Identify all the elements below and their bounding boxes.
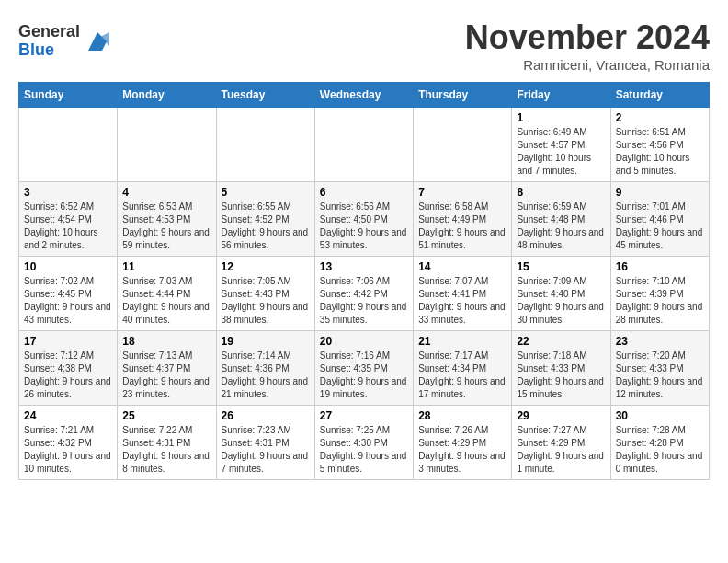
day-number: 10 [24,260,112,273]
calendar-cell [19,108,118,182]
day-number: 7 [418,186,506,199]
day-number: 20 [320,335,408,348]
calendar-table: SundayMondayTuesdayWednesdayThursdayFrid… [18,82,710,480]
weekday-header-saturday: Saturday [610,83,709,108]
page-header: General Blue November 2024 Ramniceni, Vr… [18,18,710,73]
day-number: 23 [616,335,704,348]
day-info: Sunrise: 6:58 AM Sunset: 4:49 PM Dayligh… [418,201,506,252]
calendar-week-2: 3Sunrise: 6:52 AM Sunset: 4:54 PM Daylig… [19,182,710,257]
day-info: Sunrise: 6:52 AM Sunset: 4:54 PM Dayligh… [24,201,112,252]
day-info: Sunrise: 7:25 AM Sunset: 4:30 PM Dayligh… [320,424,408,476]
day-number: 19 [222,335,310,348]
day-number: 3 [24,186,112,199]
day-info: Sunrise: 7:14 AM Sunset: 4:36 PM Dayligh… [222,350,310,401]
day-info: Sunrise: 7:02 AM Sunset: 4:45 PM Dayligh… [24,275,112,327]
calendar-cell: 26Sunrise: 7:23 AM Sunset: 4:31 PM Dayli… [216,406,314,480]
calendar-cell [216,108,314,182]
calendar-cell: 25Sunrise: 7:22 AM Sunset: 4:31 PM Dayli… [118,406,216,480]
calendar-cell: 15Sunrise: 7:09 AM Sunset: 4:40 PM Dayli… [512,257,610,331]
day-number: 17 [24,335,112,348]
calendar-cell: 7Sunrise: 6:58 AM Sunset: 4:49 PM Daylig… [414,182,512,257]
day-info: Sunrise: 7:28 AM Sunset: 4:28 PM Dayligh… [616,424,704,476]
weekday-header-tuesday: Tuesday [216,83,314,108]
day-number: 6 [320,186,408,199]
location-subtitle: Ramniceni, Vrancea, Romania [465,57,710,73]
day-info: Sunrise: 7:18 AM Sunset: 4:33 PM Dayligh… [517,350,605,401]
day-info: Sunrise: 6:53 AM Sunset: 4:53 PM Dayligh… [122,201,210,252]
calendar-week-4: 17Sunrise: 7:12 AM Sunset: 4:38 PM Dayli… [19,331,710,406]
day-info: Sunrise: 7:27 AM Sunset: 4:29 PM Dayligh… [517,424,605,476]
day-info: Sunrise: 7:21 AM Sunset: 4:32 PM Dayligh… [24,424,112,476]
day-number: 1 [517,111,605,124]
day-info: Sunrise: 7:03 AM Sunset: 4:44 PM Dayligh… [122,275,210,327]
day-info: Sunrise: 6:56 AM Sunset: 4:50 PM Dayligh… [320,201,408,252]
day-info: Sunrise: 7:10 AM Sunset: 4:39 PM Dayligh… [616,275,704,327]
weekday-header-monday: Monday [118,83,216,108]
calendar-cell [414,108,512,182]
day-number: 26 [222,409,310,422]
day-number: 8 [517,186,605,199]
day-info: Sunrise: 7:06 AM Sunset: 4:42 PM Dayligh… [320,275,408,327]
day-number: 4 [122,186,210,199]
weekday-header-sunday: Sunday [19,83,118,108]
day-info: Sunrise: 7:26 AM Sunset: 4:29 PM Dayligh… [418,424,506,476]
calendar-cell: 12Sunrise: 7:05 AM Sunset: 4:43 PM Dayli… [216,257,314,331]
day-number: 18 [122,335,210,348]
day-number: 28 [418,409,506,422]
calendar-cell: 9Sunrise: 7:01 AM Sunset: 4:46 PM Daylig… [610,182,709,257]
logo: General Blue [18,23,111,60]
weekday-header-friday: Friday [512,83,610,108]
calendar-cell: 28Sunrise: 7:26 AM Sunset: 4:29 PM Dayli… [414,406,512,480]
calendar-week-5: 24Sunrise: 7:21 AM Sunset: 4:32 PM Dayli… [19,406,710,480]
calendar-cell: 23Sunrise: 7:20 AM Sunset: 4:33 PM Dayli… [610,331,709,406]
day-info: Sunrise: 7:09 AM Sunset: 4:40 PM Dayligh… [517,275,605,327]
day-info: Sunrise: 7:12 AM Sunset: 4:38 PM Dayligh… [24,350,112,401]
calendar-cell: 27Sunrise: 7:25 AM Sunset: 4:30 PM Dayli… [314,406,413,480]
day-info: Sunrise: 7:13 AM Sunset: 4:37 PM Dayligh… [122,350,210,401]
day-number: 27 [320,409,408,422]
day-number: 29 [517,409,605,422]
calendar-week-3: 10Sunrise: 7:02 AM Sunset: 4:45 PM Dayli… [19,257,710,331]
calendar-cell: 19Sunrise: 7:14 AM Sunset: 4:36 PM Dayli… [216,331,314,406]
day-info: Sunrise: 6:49 AM Sunset: 4:57 PM Dayligh… [517,126,605,178]
day-number: 15 [517,260,605,273]
calendar-cell: 3Sunrise: 6:52 AM Sunset: 4:54 PM Daylig… [19,182,118,257]
day-number: 2 [616,111,704,124]
day-info: Sunrise: 7:05 AM Sunset: 4:43 PM Dayligh… [222,275,310,327]
day-info: Sunrise: 7:20 AM Sunset: 4:33 PM Dayligh… [616,350,704,401]
calendar-header-row: SundayMondayTuesdayWednesdayThursdayFrid… [19,83,710,108]
day-info: Sunrise: 7:22 AM Sunset: 4:31 PM Dayligh… [122,424,210,476]
day-info: Sunrise: 6:59 AM Sunset: 4:48 PM Dayligh… [517,201,605,252]
calendar-cell: 20Sunrise: 7:16 AM Sunset: 4:35 PM Dayli… [314,331,413,406]
day-number: 14 [418,260,506,273]
calendar-cell: 4Sunrise: 6:53 AM Sunset: 4:53 PM Daylig… [118,182,216,257]
logo-general: General [18,22,80,40]
day-number: 21 [418,335,506,348]
month-title: November 2024 [465,18,710,57]
calendar-cell [314,108,413,182]
day-number: 5 [222,186,310,199]
calendar-cell: 14Sunrise: 7:07 AM Sunset: 4:41 PM Dayli… [414,257,512,331]
day-number: 11 [122,260,210,273]
day-number: 12 [222,260,310,273]
logo-blue: Blue [18,40,54,59]
day-number: 30 [616,409,704,422]
calendar-cell: 30Sunrise: 7:28 AM Sunset: 4:28 PM Dayli… [610,406,709,480]
calendar-cell: 29Sunrise: 7:27 AM Sunset: 4:29 PM Dayli… [512,406,610,480]
title-block: November 2024 Ramniceni, Vrancea, Romani… [465,18,710,73]
day-number: 24 [24,409,112,422]
calendar-cell: 6Sunrise: 6:56 AM Sunset: 4:50 PM Daylig… [314,182,413,257]
day-info: Sunrise: 7:23 AM Sunset: 4:31 PM Dayligh… [222,424,310,476]
day-number: 16 [616,260,704,273]
day-number: 22 [517,335,605,348]
day-number: 13 [320,260,408,273]
calendar-cell: 21Sunrise: 7:17 AM Sunset: 4:34 PM Dayli… [414,331,512,406]
logo-icon [84,28,111,55]
calendar-cell: 18Sunrise: 7:13 AM Sunset: 4:37 PM Dayli… [118,331,216,406]
calendar-cell: 8Sunrise: 6:59 AM Sunset: 4:48 PM Daylig… [512,182,610,257]
day-info: Sunrise: 6:55 AM Sunset: 4:52 PM Dayligh… [222,201,310,252]
calendar-cell: 22Sunrise: 7:18 AM Sunset: 4:33 PM Dayli… [512,331,610,406]
day-info: Sunrise: 7:01 AM Sunset: 4:46 PM Dayligh… [616,201,704,252]
calendar-cell: 24Sunrise: 7:21 AM Sunset: 4:32 PM Dayli… [19,406,118,480]
day-number: 25 [122,409,210,422]
